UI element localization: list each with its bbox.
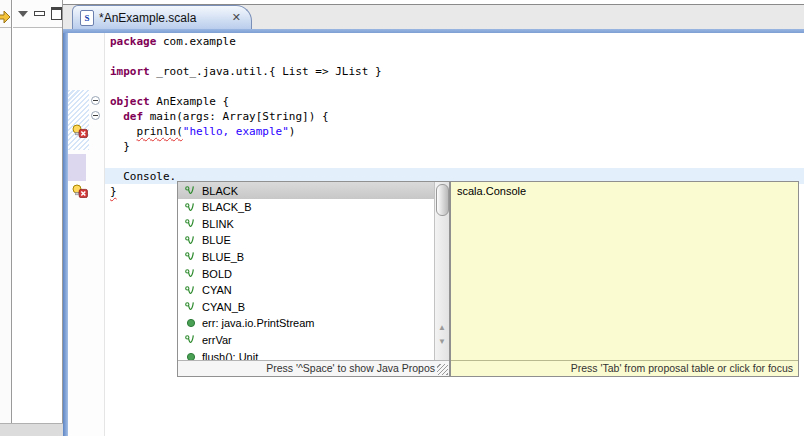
completion-item[interactable]: BLACK [178, 182, 434, 199]
val-icon [184, 285, 197, 296]
val-icon [184, 251, 197, 262]
code-line: } [110, 139, 130, 154]
quickfix-error-icon[interactable] [72, 184, 88, 198]
completion-status-text: Press '^Space' to show Java Propos [178, 360, 449, 376]
code-line: import _root_.java.util.{ List => JList … [110, 64, 382, 79]
fastview-arrow-icon[interactable] [0, 9, 12, 29]
completion-item[interactable]: BLUE [178, 232, 434, 249]
code-line: Console. [110, 169, 176, 184]
view-toolbar [13, 0, 62, 28]
completion-item[interactable]: CYAN_B [178, 298, 434, 315]
scrollbar-down-icon[interactable]: ▼ [435, 336, 449, 348]
code-line: def main(args: Array[String]) { [110, 109, 329, 124]
completion-item[interactable]: err: java.io.PrintStream [178, 315, 434, 332]
val-icon [184, 334, 197, 345]
completion-item-label: BOLD [202, 268, 232, 280]
completion-item[interactable]: BLINK [178, 215, 434, 232]
val-icon [184, 185, 197, 196]
completion-item[interactable]: BLACK_B [178, 199, 434, 216]
proposal-info-text: scala.Console [457, 185, 526, 197]
scala-file-icon: S [80, 10, 94, 26]
val-icon [184, 235, 197, 246]
view-minimize-icon[interactable] [34, 11, 45, 16]
completion-item-label: CYAN_B [202, 301, 245, 313]
view-menu-icon[interactable] [18, 11, 28, 17]
completion-item[interactable]: CYAN [178, 282, 434, 299]
proposal-info-panel: scala.Console Press 'Tab' from proposal … [450, 181, 799, 377]
completion-item-label: BLUE_B [202, 251, 244, 263]
view-maximize-icon[interactable] [51, 7, 62, 20]
quickfix-error-icon[interactable] [72, 124, 88, 138]
fold-collapse-icon[interactable] [91, 96, 100, 105]
val-icon [184, 202, 197, 213]
method-icon [184, 318, 197, 328]
eclipse-window: S *AnExample.scala ✕ package com.e [0, 0, 804, 436]
scope-hatch-indicator [68, 90, 89, 150]
editor-tab-anexample[interactable]: S *AnExample.scala ✕ [72, 5, 252, 29]
scrollbar-thumb[interactable] [436, 184, 449, 216]
completion-item-label: CYAN [202, 284, 232, 296]
current-block-indicator [68, 154, 86, 181]
code-line: object AnExample { [110, 94, 229, 109]
tab-title: *AnExample.scala [99, 11, 196, 25]
annotation-ruler[interactable] [63, 33, 105, 436]
left-view-panel [13, 0, 63, 436]
val-icon [184, 268, 197, 279]
method-icon [184, 352, 197, 361]
completion-item[interactable]: errVar [178, 331, 434, 348]
code-line: } [110, 184, 117, 199]
proposal-info-status: Press 'Tab' from proposal table or click… [451, 360, 798, 376]
completion-item-label: flush(): Unit [202, 351, 258, 361]
completion-scrollbar[interactable]: ▲ ▼ [434, 182, 449, 360]
val-icon [184, 218, 197, 229]
completion-list[interactable]: BLACK BLACK_B BLINK BLUE BLUE_B BOLD CYA… [178, 182, 434, 360]
completion-popup: BLACK BLACK_B BLINK BLUE BLUE_B BOLD CYA… [177, 181, 450, 377]
completion-item[interactable]: flush(): Unit [178, 348, 434, 360]
completion-item[interactable]: BOLD [178, 265, 434, 282]
completion-item-label: BLACK [202, 185, 238, 197]
fold-collapse-icon[interactable] [91, 111, 100, 120]
completion-item-label: BLUE [202, 234, 231, 246]
fastview-bar [0, 0, 12, 436]
code-line: prinln("hello, example") [110, 124, 295, 139]
completion-item-label: errVar [202, 334, 232, 346]
editor-tab-band: S *AnExample.scala ✕ [63, 0, 804, 33]
code-line: package com.example [110, 34, 236, 49]
scrollbar-up-icon[interactable]: ▲ [435, 322, 449, 334]
tab-close-icon[interactable]: ✕ [232, 11, 241, 24]
completion-item-label: BLACK_B [202, 201, 252, 213]
completion-item-label: BLINK [202, 218, 234, 230]
resize-grip-icon[interactable] [437, 364, 448, 375]
left-view-hscrollbar[interactable] [0, 423, 63, 436]
val-icon [184, 301, 197, 312]
completion-item[interactable]: BLUE_B [178, 248, 434, 265]
completion-item-label: err: java.io.PrintStream [202, 317, 314, 329]
